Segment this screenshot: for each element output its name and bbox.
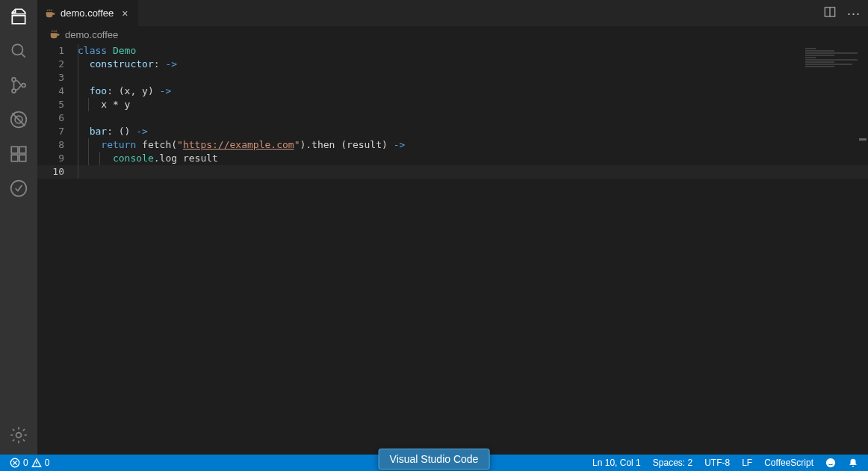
- line-number: 1: [37, 44, 78, 58]
- code-line[interactable]: 9 console.log result: [37, 152, 868, 165]
- tab-filename: demo.coffee: [61, 7, 114, 19]
- activity-settings[interactable]: [8, 425, 29, 446]
- status-feedback-icon[interactable]: [822, 455, 840, 471]
- activity-search[interactable]: [8, 40, 29, 61]
- svg-point-13: [16, 433, 22, 438]
- code-editor[interactable]: 1class Demo2 constructor: ->34 foo: (x, …: [37, 43, 868, 455]
- line-number: 8: [37, 138, 78, 152]
- status-indentation[interactable]: Spaces: 2: [649, 455, 696, 471]
- status-eol[interactable]: LF: [738, 455, 756, 471]
- line-number: 7: [37, 125, 78, 138]
- code-content: foo: (x, y) ->: [78, 84, 171, 98]
- activity-bar: [0, 0, 37, 455]
- svg-point-12: [11, 181, 27, 197]
- svg-point-3: [12, 89, 16, 93]
- editor-area: demo.coffee × ··· demo.coffee: [37, 0, 868, 455]
- svg-rect-10: [19, 155, 26, 161]
- split-editor-icon[interactable]: [823, 5, 837, 22]
- code-line[interactable]: 3: [37, 71, 868, 84]
- taskbar-app-label: Visual Studio Code: [390, 453, 479, 465]
- line-number: 2: [37, 58, 78, 71]
- code-line[interactable]: 4 foo: (x, y) ->: [37, 84, 868, 98]
- line-number: 10: [37, 165, 78, 179]
- line-number: 6: [37, 111, 78, 125]
- code-line[interactable]: 7 bar: () ->: [37, 125, 868, 138]
- activity-source-control[interactable]: [8, 75, 29, 96]
- overview-ruler[interactable]: [859, 43, 867, 455]
- svg-point-23: [831, 461, 833, 463]
- breadcrumb[interactable]: demo.coffee: [37, 26, 868, 43]
- code-line[interactable]: 2 constructor: ->: [37, 58, 868, 71]
- svg-point-4: [22, 84, 25, 87]
- code-content: bar: () ->: [78, 125, 148, 138]
- code-content: x * y: [78, 98, 130, 111]
- tab-bar: demo.coffee × ···: [37, 0, 868, 26]
- svg-rect-11: [19, 147, 26, 153]
- svg-rect-9: [11, 155, 18, 161]
- activity-custom[interactable]: [8, 178, 29, 199]
- coffeescript-icon: [45, 8, 55, 19]
- line-number: 3: [37, 71, 78, 84]
- svg-point-22: [828, 461, 830, 463]
- code-line[interactable]: 6: [37, 111, 868, 125]
- breadcrumb-filename: demo.coffee: [65, 29, 118, 40]
- close-tab-icon[interactable]: ×: [119, 7, 131, 19]
- status-language[interactable]: CoffeeScript: [760, 455, 817, 471]
- status-bar: 0 0 Ln 10, Col 1 Spaces: 2 UTF-8 LF Coff…: [0, 455, 868, 471]
- code-line[interactable]: 8 return fetch("https://example.com").th…: [37, 138, 868, 152]
- svg-line-1: [21, 53, 25, 57]
- activity-explorer[interactable]: [8, 6, 29, 27]
- line-number: 4: [37, 84, 78, 98]
- code-line[interactable]: 5 x * y: [37, 98, 868, 111]
- coffeescript-icon: [49, 29, 60, 40]
- taskbar-app-button[interactable]: Visual Studio Code: [379, 449, 490, 470]
- status-warnings-count: 0: [45, 458, 50, 468]
- line-number: 9: [37, 152, 78, 165]
- code-content: constructor: ->: [78, 58, 177, 71]
- svg-line-7: [12, 113, 25, 126]
- status-encoding[interactable]: UTF-8: [701, 455, 734, 471]
- code-content: console.log result: [78, 152, 218, 165]
- code-line[interactable]: 10: [37, 165, 868, 179]
- svg-point-21: [826, 458, 835, 467]
- code-content: return fetch("https://example.com").then…: [78, 138, 405, 152]
- activity-debug[interactable]: [8, 109, 29, 130]
- status-errors-count: 0: [23, 458, 28, 468]
- svg-rect-8: [11, 147, 18, 153]
- status-notifications-icon[interactable]: [844, 455, 862, 471]
- status-cursor-position[interactable]: Ln 10, Col 1: [589, 455, 645, 471]
- line-number: 5: [37, 98, 78, 111]
- code-line[interactable]: 1class Demo: [37, 44, 868, 58]
- activity-extensions[interactable]: [8, 144, 29, 164]
- svg-point-0: [12, 44, 22, 55]
- file-tab[interactable]: demo.coffee ×: [37, 0, 139, 26]
- svg-point-2: [12, 78, 16, 81]
- code-content: class Demo: [78, 44, 136, 58]
- status-problems[interactable]: 0 0: [6, 455, 53, 471]
